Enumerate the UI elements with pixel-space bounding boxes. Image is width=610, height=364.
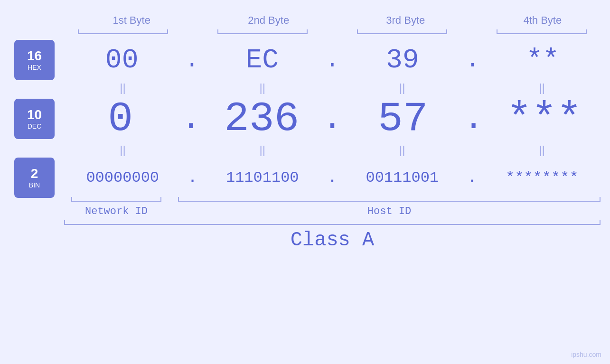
- bin-row: 2 BIN 00000000 . 11101100 . 00111001 . *…: [0, 158, 610, 198]
- hex-base-num: 16: [27, 49, 42, 63]
- eq-5: ||: [71, 143, 175, 157]
- hex-dot-2: .: [326, 47, 339, 73]
- equals-row-1: || || || ||: [0, 81, 610, 94]
- dec-row: 10 DEC 0 . 236 . 57 . ***: [0, 95, 610, 142]
- bin-byte-3: 00111001: [350, 169, 454, 187]
- eq-1: ||: [71, 81, 175, 94]
- watermark: ipshu.com: [571, 351, 601, 358]
- bracket-top-3: [357, 33, 447, 34]
- eq-2: ||: [210, 81, 315, 94]
- byte-header-1: 1st Byte: [79, 14, 184, 27]
- bin-byte-2: 11101100: [210, 169, 315, 187]
- dec-values: 0 . 236 . 57 . ***: [55, 95, 610, 142]
- dec-byte-2: 236: [209, 95, 314, 142]
- dec-badge: 10 DEC: [14, 99, 55, 139]
- dec-base-num: 10: [27, 108, 42, 121]
- class-bracket-row: [0, 224, 610, 225]
- bin-values: 00000000 . 11101100 . 00111001 . *******…: [55, 168, 610, 187]
- equals-row-2: || || || ||: [0, 143, 610, 157]
- eq-8: ||: [489, 143, 594, 157]
- bin-dot-2: .: [327, 168, 338, 187]
- bracket-top-2: [217, 33, 308, 34]
- main-container: 1st Byte 2nd Byte 3rd Byte 4th Byte 16 H…: [0, 0, 610, 364]
- eq-7: ||: [350, 143, 454, 157]
- bin-base-label: BIN: [29, 181, 40, 189]
- dec-base-label: DEC: [28, 122, 42, 130]
- bin-badge: 2 BIN: [14, 158, 55, 198]
- network-id-label: Network ID: [85, 205, 148, 217]
- bracket-top-1: [78, 33, 168, 34]
- byte-header-3: 3rd Byte: [353, 14, 458, 27]
- dec-dot-2: .: [322, 100, 342, 139]
- hex-badge: 16 HEX: [14, 40, 55, 80]
- bin-byte-4: ********: [490, 169, 594, 187]
- bin-byte-1: 00000000: [70, 169, 175, 187]
- bin-dot-1: .: [188, 168, 198, 187]
- bin-base-num: 2: [31, 167, 38, 180]
- hex-byte-4: **: [490, 45, 595, 75]
- hex-byte-3: 39: [350, 45, 455, 75]
- hex-row: 16 HEX 00 . EC . 39 . **: [0, 40, 610, 80]
- hex-base-label: HEX: [28, 64, 41, 71]
- hex-dot-3: .: [466, 47, 479, 73]
- dec-dot-3: .: [463, 100, 484, 139]
- hex-byte-2: EC: [210, 45, 314, 75]
- id-labels-row: Network ID Host ID: [0, 205, 610, 217]
- class-label-row: Class A: [0, 229, 610, 252]
- eq-6: ||: [210, 143, 315, 157]
- bottom-brackets-row: [0, 201, 610, 202]
- dec-byte-1: 0: [68, 95, 173, 142]
- hex-byte-1: 00: [70, 45, 174, 75]
- byte-header-4: 4th Byte: [490, 14, 595, 27]
- dec-dot-1: .: [181, 100, 201, 139]
- eq-4: ||: [489, 81, 594, 94]
- bin-dot-3: .: [467, 168, 478, 187]
- dec-byte-3: 57: [351, 95, 455, 142]
- class-label: Class A: [291, 229, 374, 252]
- bracket-top-4: [497, 33, 587, 34]
- eq-3: ||: [350, 81, 454, 94]
- byte-header-2: 2nd Byte: [216, 14, 321, 27]
- hex-values: 00 . EC . 39 . **: [55, 45, 610, 75]
- dec-byte-4: ***: [492, 95, 596, 142]
- hex-dot-1: .: [185, 47, 199, 73]
- host-id-label: Host ID: [367, 205, 411, 217]
